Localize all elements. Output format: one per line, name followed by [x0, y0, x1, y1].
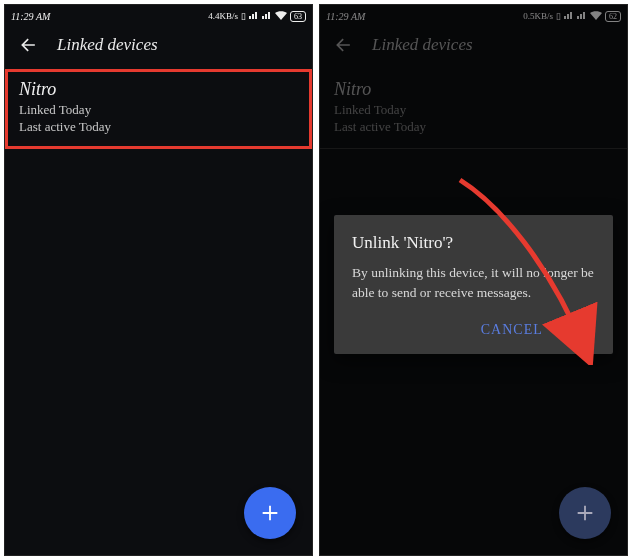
- dialog-title: Unlink 'Nitro'?: [352, 233, 595, 253]
- unlink-dialog: Unlink 'Nitro'? By unlinking this device…: [334, 215, 613, 354]
- cancel-button[interactable]: CANCEL: [481, 322, 543, 338]
- dialog-actions: CANCEL OK: [352, 318, 595, 346]
- dialog-body: By unlinking this device, it will no lon…: [352, 263, 595, 302]
- add-device-fab[interactable]: [244, 487, 296, 539]
- add-device-fab[interactable]: [559, 487, 611, 539]
- phone-screen-left: 11:29 AM 4.4KB/s ▯ 63 Linked devices Nit…: [4, 4, 313, 556]
- device-list-item[interactable]: Nitro Linked Today Last active Today: [5, 69, 312, 149]
- net-speed: 4.4KB/s: [208, 11, 238, 21]
- back-icon[interactable]: [19, 35, 39, 55]
- sim-icon: ▯: [241, 11, 246, 21]
- battery-icon: 63: [290, 11, 306, 22]
- status-bar: 11:29 AM 4.4KB/s ▯ 63: [5, 5, 312, 25]
- device-active: Last active Today: [19, 119, 298, 136]
- phone-screen-right: 11:29 AM 0.5KB/s ▯ 62 Linked devices Nit…: [319, 4, 628, 556]
- status-time: 11:29 AM: [11, 11, 50, 22]
- signal-icon: [249, 11, 259, 21]
- status-icons: 4.4KB/s ▯ 63: [208, 11, 306, 22]
- wifi-icon: [275, 11, 287, 22]
- device-linked: Linked Today: [19, 102, 298, 119]
- ok-button[interactable]: OK: [569, 322, 591, 338]
- page-title: Linked devices: [57, 35, 158, 55]
- signal-icon: [262, 11, 272, 21]
- app-bar: Linked devices: [5, 25, 312, 69]
- plus-icon: [259, 502, 281, 524]
- device-name: Nitro: [19, 79, 298, 100]
- plus-icon: [574, 502, 596, 524]
